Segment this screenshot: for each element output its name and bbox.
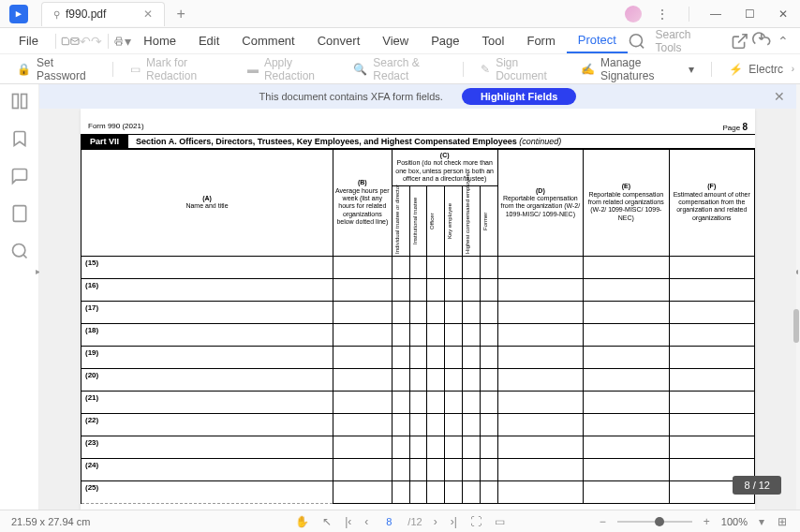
table-row: (23) bbox=[81, 436, 755, 458]
notification-close[interactable]: ✕ bbox=[774, 89, 785, 104]
svg-rect-4 bbox=[12, 95, 18, 109]
redo-icon[interactable]: ↷ bbox=[91, 30, 102, 52]
zoom-in-button[interactable]: + bbox=[702, 515, 712, 528]
tab-title: f990.pdf bbox=[66, 7, 106, 21]
table-row: (16) bbox=[81, 278, 755, 301]
search-redact-button[interactable]: 🔍 Search & Redact bbox=[346, 52, 453, 86]
apply-redaction-button[interactable]: ▬ Apply Redaction bbox=[240, 52, 342, 86]
mark-icon: ▭ bbox=[130, 63, 141, 76]
table-row: (21) bbox=[81, 391, 755, 413]
svg-point-7 bbox=[12, 244, 24, 257]
expand-up-icon[interactable]: ⌃ bbox=[775, 30, 793, 52]
electronic-button[interactable]: ⚡ Electrc bbox=[721, 59, 791, 80]
svg-point-2 bbox=[630, 34, 642, 46]
menu-protect[interactable]: Protect bbox=[567, 28, 628, 53]
search-panel-icon[interactable] bbox=[10, 242, 29, 260]
cloud-icon[interactable] bbox=[752, 30, 770, 52]
fullscreen-icon[interactable]: ⊞ bbox=[776, 515, 789, 528]
save-icon[interactable] bbox=[61, 30, 70, 52]
pdf-page: Form 990 (2021) Page 8 Part VII Section … bbox=[81, 109, 755, 510]
attachment-icon[interactable] bbox=[10, 204, 29, 223]
close-window-button[interactable]: ✕ bbox=[770, 1, 796, 27]
dropdown-icon[interactable]: ▾ bbox=[123, 30, 132, 52]
kebab-menu[interactable]: ⋮ bbox=[649, 1, 675, 27]
menu-edit[interactable]: Edit bbox=[187, 28, 230, 53]
new-tab-button[interactable]: + bbox=[176, 6, 185, 22]
menu-view[interactable]: View bbox=[371, 28, 420, 53]
page-total: /12 bbox=[407, 516, 422, 527]
file-menu[interactable]: File bbox=[7, 28, 50, 53]
search-icon[interactable] bbox=[628, 30, 645, 52]
menu-tool[interactable]: Tool bbox=[471, 28, 516, 53]
menu-form[interactable]: Form bbox=[515, 28, 566, 53]
officers-table: (A)Name and title (B)Average hours per w… bbox=[81, 149, 755, 504]
select-tool-icon[interactable]: ↖ bbox=[320, 515, 333, 528]
signature-icon: ✍ bbox=[581, 63, 595, 76]
svg-rect-6 bbox=[13, 206, 25, 222]
mail-icon[interactable] bbox=[70, 30, 80, 52]
electronic-icon: ⚡ bbox=[729, 63, 743, 76]
xfa-notification: This document contains XFA form fields. … bbox=[39, 84, 796, 109]
prev-page-button[interactable]: ‹ bbox=[363, 515, 370, 528]
print-icon[interactable] bbox=[114, 30, 124, 52]
svg-rect-5 bbox=[21, 95, 26, 109]
external-icon[interactable] bbox=[731, 30, 748, 52]
protect-toolbar: 🔒 Set Password ▭ Mark for Redaction ▬ Ap… bbox=[0, 54, 800, 84]
zoom-out-button[interactable]: − bbox=[598, 515, 608, 528]
pin-icon: ⚲ bbox=[53, 9, 60, 20]
user-avatar[interactable] bbox=[625, 6, 642, 22]
table-row: (17) bbox=[81, 301, 755, 323]
svg-line-8 bbox=[22, 255, 26, 259]
page-input[interactable] bbox=[379, 516, 398, 527]
app-icon: ▸ bbox=[9, 5, 28, 23]
zoom-dropdown[interactable]: ▾ bbox=[757, 515, 766, 528]
chevron-down-icon: ▾ bbox=[689, 63, 694, 76]
zoom-slider[interactable] bbox=[617, 521, 692, 523]
comment-icon[interactable] bbox=[10, 167, 29, 185]
tab-close-button[interactable]: ✕ bbox=[143, 7, 153, 21]
scrollbar-thumb[interactable] bbox=[793, 309, 799, 343]
sign-document-button[interactable]: ✎ Sign Document bbox=[473, 52, 570, 86]
svg-rect-1 bbox=[116, 41, 121, 44]
part-label: Part VII bbox=[81, 135, 128, 148]
maximize-button[interactable]: ☐ bbox=[736, 1, 763, 27]
table-row: (22) bbox=[81, 413, 755, 436]
last-page-button[interactable]: ›| bbox=[449, 515, 459, 528]
minimize-button[interactable]: — bbox=[703, 1, 729, 27]
table-row: (15) bbox=[81, 256, 755, 278]
apply-icon: ▬ bbox=[247, 63, 259, 76]
toolbar-scroll-right[interactable]: › bbox=[792, 64, 794, 74]
thumbnails-icon[interactable] bbox=[10, 92, 29, 111]
bookmark-icon[interactable] bbox=[10, 129, 29, 148]
table-row: (25) bbox=[81, 480, 755, 503]
hand-tool-icon[interactable]: ✋ bbox=[293, 515, 311, 528]
table-row: (18) bbox=[81, 323, 755, 346]
vertical-scrollbar[interactable] bbox=[791, 84, 800, 510]
mark-redaction-button[interactable]: ▭ Mark for Redaction bbox=[123, 52, 236, 86]
menu-page[interactable]: Page bbox=[420, 28, 470, 53]
search-tools-label[interactable]: Search Tools bbox=[655, 28, 707, 54]
highlight-fields-button[interactable]: Highlight Fields bbox=[462, 88, 577, 105]
set-password-button[interactable]: 🔒 Set Password bbox=[9, 52, 103, 86]
next-page-button[interactable]: › bbox=[432, 515, 439, 528]
document-viewport[interactable]: Form 990 (2021) Page 8 Part VII Section … bbox=[39, 109, 796, 510]
undo-icon[interactable]: ↶ bbox=[80, 30, 91, 52]
table-row: (24) bbox=[81, 458, 755, 480]
first-page-button[interactable]: |‹ bbox=[343, 515, 353, 528]
section-title: Section A. Officers, Directors, Trustees… bbox=[136, 137, 561, 146]
fit-width-icon[interactable]: ⛶ bbox=[468, 515, 483, 528]
page-indicator-overlay: 8 / 12 bbox=[733, 476, 781, 495]
menu-comment[interactable]: Comment bbox=[230, 28, 305, 53]
zoom-level[interactable]: 100% bbox=[721, 516, 748, 527]
search-redact-icon: 🔍 bbox=[353, 63, 367, 76]
sign-icon: ✎ bbox=[481, 63, 490, 76]
menu-convert[interactable]: Convert bbox=[306, 28, 372, 53]
table-row: (19) bbox=[81, 346, 755, 368]
fit-page-icon[interactable]: ▭ bbox=[493, 515, 507, 528]
manage-signatures-button[interactable]: ✍ Manage Signatures ▾ bbox=[573, 52, 702, 86]
table-row: (20) bbox=[81, 368, 755, 391]
menu-home[interactable]: Home bbox=[132, 28, 187, 53]
form-title: Form 990 (2021) bbox=[88, 122, 144, 132]
document-tab[interactable]: ⚲ f990.pdf ✕ bbox=[41, 2, 165, 26]
left-sidebar bbox=[0, 84, 39, 510]
